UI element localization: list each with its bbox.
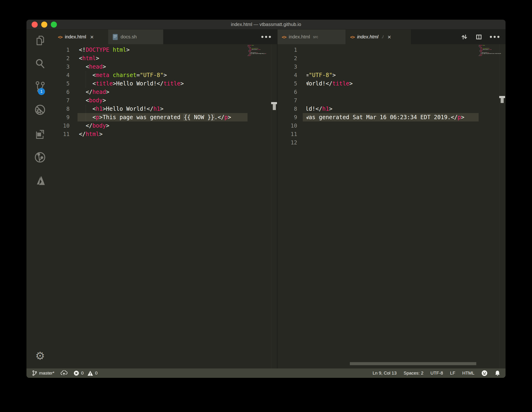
warning-count: 0 — [95, 371, 98, 376]
scrollbar-track — [271, 44, 271, 368]
more-actions-icon[interactable] — [261, 36, 271, 38]
tab-label: index.html — [289, 34, 310, 39]
vertical-scrollbar-slider[interactable] — [501, 98, 504, 103]
tab-label: docs.sh — [121, 34, 137, 39]
cloud-upload-icon — [60, 370, 67, 376]
vertical-scrollbar-slider[interactable] — [273, 104, 276, 110]
explorer-icon[interactable] — [33, 34, 47, 48]
eol-item[interactable]: LF — [450, 371, 455, 376]
language-mode-item[interactable]: HTML — [462, 371, 475, 376]
close-window-button[interactable] — [32, 21, 38, 28]
more-actions-icon[interactable] — [490, 36, 499, 38]
close-tab-icon[interactable]: × — [90, 34, 94, 40]
html-file-icon: <> — [350, 34, 354, 39]
error-icon — [74, 370, 79, 376]
horizontal-scrollbar-slider[interactable] — [350, 362, 476, 365]
tab-label: index.html — [65, 34, 86, 39]
editor-left[interactable]: 1234567891011 <!DOCTYPE html><html> <hea… — [54, 44, 277, 368]
git-branch-icon — [32, 370, 37, 376]
tab-index-html-src-dir[interactable]: <> index.html src — [277, 29, 346, 44]
notifications-item[interactable] — [494, 370, 500, 376]
right-gutter: 123456789101112 — [277, 46, 297, 147]
window-title: index.html — vtbassmatt.github.io — [231, 22, 301, 27]
compare-arrows-icon[interactable] — [461, 33, 468, 40]
cursor-position-item[interactable]: Ln 9, Col 13 — [372, 371, 396, 376]
close-tab-icon[interactable]: × — [388, 34, 391, 40]
titlebar: index.html — vtbassmatt.github.io — [27, 20, 505, 29]
indentation-item[interactable]: Spaces: 2 — [404, 371, 424, 376]
right-code-lines: <!DOCTYPE html><html> <head> <meta chars… — [306, 46, 478, 147]
debug-icon[interactable] — [33, 103, 47, 117]
bell-icon — [494, 370, 500, 376]
scrollbar-track — [499, 44, 499, 368]
tab-label: index.html — [357, 34, 378, 39]
left-code-lines: <!DOCTYPE html><html> <head> <meta chars… — [79, 46, 247, 138]
editor-right[interactable]: 123456789101112 <!DOCTYPE html><html> <h… — [277, 44, 505, 368]
azure-icon[interactable] — [33, 173, 47, 187]
tab-dir-hint: src — [313, 35, 318, 39]
tab-index-html-root[interactable]: <> index.html ./ × — [346, 29, 411, 44]
encoding-item[interactable]: UTF-8 — [430, 371, 443, 376]
split-editor-icon[interactable] — [475, 33, 482, 40]
shell-file-icon — [112, 34, 118, 40]
left-tab-bar: <> index.html × docs.sh — [54, 29, 277, 44]
error-count: 0 — [81, 371, 84, 376]
html-file-icon: <> — [58, 34, 62, 39]
branch-name: master* — [39, 371, 54, 376]
left-minimap[interactable]: <!DOCTYPE html><html> <head> <meta chars… — [247, 45, 271, 56]
editor-group-right: <> index.html src <> index.html ./ × — [277, 29, 505, 368]
tab-dir-hint: ./ — [381, 35, 384, 39]
branch-status-item[interactable]: master* — [32, 370, 54, 376]
zoom-window-button[interactable] — [51, 21, 57, 28]
minimize-window-button[interactable] — [41, 21, 47, 28]
problems-status-item[interactable]: 0 0 — [74, 370, 97, 376]
extensions-icon[interactable] — [33, 127, 47, 141]
traffic-lights — [32, 20, 57, 29]
status-bar: master* 0 0 — [27, 368, 505, 378]
right-minimap[interactable]: <!DOCTYPE html><html> <head> <meta chars… — [479, 45, 501, 57]
tab-index-html-src[interactable]: <> index.html × — [54, 29, 108, 44]
gitlens-icon[interactable] — [33, 150, 47, 164]
editor-group-left: <> index.html × docs.sh — [54, 29, 277, 368]
vscode-window: index.html — vtbassmatt.github.io — [27, 20, 505, 378]
scm-badge: 1 — [38, 88, 45, 95]
settings-gear-icon[interactable]: ⚙ — [33, 349, 47, 363]
search-icon[interactable] — [33, 57, 47, 71]
activity-bar: 1 — [27, 29, 54, 368]
feedback-smiley-item[interactable] — [481, 370, 487, 376]
smiley-icon — [481, 370, 487, 376]
tab-docs-sh[interactable]: docs.sh — [108, 29, 163, 44]
sync-status-item[interactable] — [60, 370, 67, 376]
warning-icon — [87, 371, 93, 376]
right-tab-bar: <> index.html src <> index.html ./ × — [277, 29, 505, 44]
html-file-icon: <> — [282, 34, 286, 39]
left-gutter: 1234567891011 — [54, 46, 69, 138]
